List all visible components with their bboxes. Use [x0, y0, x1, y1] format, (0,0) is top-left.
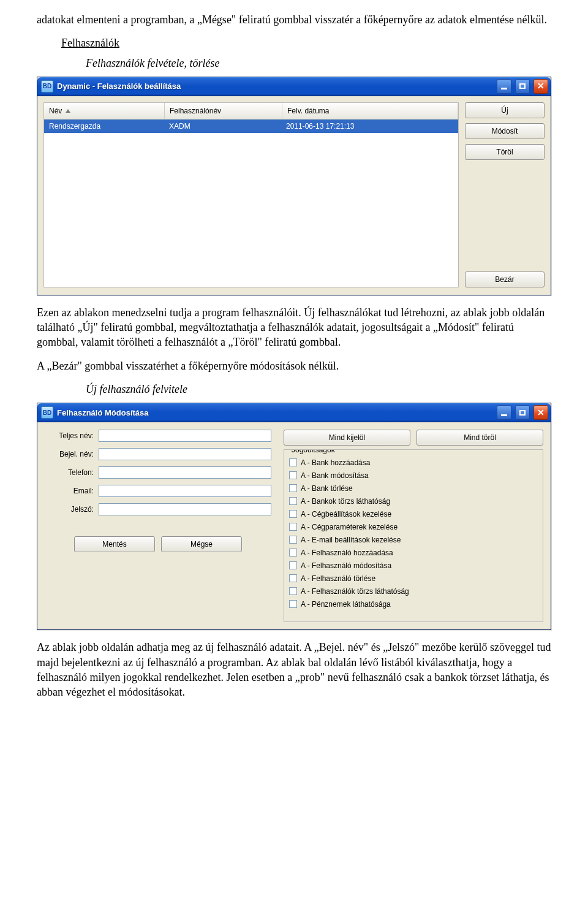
cell-date: 2011-06-13 17:21:13	[281, 120, 458, 133]
new-button[interactable]: Új	[465, 102, 545, 118]
column-username-label: Felhasználónév	[170, 106, 221, 116]
permission-item[interactable]: A - Felhasználó törlése	[289, 572, 538, 585]
checkbox-icon[interactable]	[289, 510, 297, 518]
side-button-column: Új Módosít Töröl Bezár	[465, 102, 545, 287]
permission-item[interactable]: A - E-mail beállítások kezelése	[289, 533, 538, 546]
permission-item[interactable]: A - Felhasználó hozzáadása	[289, 546, 538, 559]
column-name[interactable]: Név	[44, 103, 165, 119]
close-button[interactable]: Bezár	[465, 272, 545, 287]
save-button[interactable]: Mentés	[74, 536, 155, 552]
sort-asc-icon	[66, 109, 70, 113]
window-title: Dynamic - Felasználók beállítása	[57, 81, 493, 92]
phone-field[interactable]	[99, 466, 271, 479]
permission-item[interactable]: A - Bank módosítása	[289, 469, 538, 482]
password-field[interactable]	[99, 503, 271, 515]
paragraph-manage: Ezen az ablakon menedzselni tudja a prog…	[37, 305, 551, 350]
checkbox-icon[interactable]	[289, 574, 297, 582]
column-date[interactable]: Felv. dátuma	[282, 103, 458, 119]
paragraph-rights: Az ablak jobb oldalán adhatja meg az új …	[37, 640, 551, 699]
form-panel: Teljes név: Bejel. név: Telefon: Email: …	[45, 430, 271, 622]
permission-label: A - Bank törlése	[301, 484, 353, 493]
window-title: Felhasználó Módosítása	[57, 408, 493, 419]
permission-item[interactable]: A - Bank hozzáadása	[289, 456, 538, 469]
permission-label: A - Pénznemek láthatósága	[301, 599, 391, 609]
label-loginname: Bejel. név:	[45, 449, 94, 459]
permission-item[interactable]: A - Felhasználó módosítása	[289, 559, 538, 572]
subtitle-new-user: Új felhasználó felvitele	[86, 382, 551, 397]
checkbox-icon[interactable]	[289, 587, 297, 595]
permissions-group-label: Jogoultságok	[289, 449, 337, 455]
checkbox-icon[interactable]	[289, 471, 297, 479]
spacer	[465, 165, 545, 267]
permissions-list: A - Bank hozzáadásaA - Bank módosításaA …	[289, 456, 538, 614]
paragraph-close: A „Bezár" gombbal visszatérhet a főképer…	[37, 359, 551, 373]
app-logo-icon: BD	[41, 80, 53, 93]
permission-label: A - Bankok törzs láthatóság	[301, 496, 390, 506]
cancel-button[interactable]: Mégse	[161, 536, 242, 552]
permission-item[interactable]: A - Felhasználók törzs láthatóság	[289, 585, 538, 598]
close-icon[interactable]	[533, 79, 548, 94]
app-logo-icon: BD	[41, 406, 53, 419]
permissions-panel: Mind kijelöl Mind töröl Jogoultságok A -…	[284, 430, 543, 622]
column-name-label: Név	[49, 106, 62, 116]
permission-label: A - E-mail beállítások kezelése	[301, 535, 401, 545]
checkbox-icon[interactable]	[289, 536, 297, 544]
checkbox-icon[interactable]	[289, 549, 297, 556]
label-phone: Telefon:	[45, 468, 94, 477]
subtitle-add-remove: Felhasználók felvétele, törlése	[86, 56, 551, 70]
cell-username: XADM	[164, 120, 281, 133]
permission-label: A - Bank módosítása	[301, 471, 369, 480]
section-title-users: Felhasználók	[61, 36, 551, 50]
permission-item[interactable]: A - Cégparaméterek kezelése	[289, 520, 538, 533]
loginname-field[interactable]	[99, 448, 271, 460]
permission-item[interactable]: A - Pénznemek láthatósága	[289, 598, 538, 610]
modify-button[interactable]: Módosít	[465, 123, 545, 139]
maximize-icon[interactable]	[515, 405, 530, 420]
column-username[interactable]: Felhasználónév	[165, 103, 282, 119]
checkbox-icon[interactable]	[289, 458, 297, 466]
table-row[interactable]: Rendszergazda XADM 2011-06-13 17:21:13	[44, 120, 458, 133]
clear-all-button[interactable]: Mind töröl	[417, 430, 543, 446]
maximize-icon[interactable]	[515, 79, 530, 94]
checkbox-icon[interactable]	[289, 484, 297, 492]
list-body: Rendszergazda XADM 2011-06-13 17:21:13	[44, 120, 458, 287]
permission-label: A - Felhasználó hozzáadása	[301, 548, 393, 558]
user-list-window: BD Dynamic - Felasználók beállítása Név …	[37, 77, 551, 295]
label-email: Email:	[45, 486, 94, 496]
permission-item[interactable]: A - Cégbeállítások kezelése	[289, 507, 538, 520]
titlebar[interactable]: BD Dynamic - Felasználók beállítása	[37, 77, 551, 96]
user-edit-window: BD Felhasználó Módosítása Teljes név: Be…	[37, 403, 551, 630]
fullname-field[interactable]	[99, 430, 271, 442]
minimize-icon[interactable]	[497, 79, 511, 94]
select-all-button[interactable]: Mind kijelöl	[284, 430, 410, 446]
label-fullname: Teljes név:	[45, 431, 94, 441]
email-field[interactable]	[99, 485, 271, 497]
user-list-panel: Név Felhasználónév Felv. dátuma Rendszer…	[43, 102, 459, 287]
permission-label: A - Felhasználók törzs láthatóság	[301, 587, 409, 596]
checkbox-icon[interactable]	[289, 561, 297, 569]
permission-label: A - Cégparaméterek kezelése	[301, 522, 398, 532]
minimize-icon[interactable]	[497, 405, 511, 420]
intro-paragraph: adatokat elmenteni a programban, a „Mégs…	[37, 12, 551, 27]
delete-button[interactable]: Töröl	[465, 144, 545, 160]
titlebar[interactable]: BD Felhasználó Módosítása	[37, 403, 551, 422]
permission-label: A - Cégbeállítások kezelése	[301, 509, 391, 519]
permission-label: A - Bank hozzáadása	[301, 458, 370, 468]
permission-label: A - Felhasználó törlése	[301, 574, 375, 583]
checkbox-icon[interactable]	[289, 523, 297, 531]
checkbox-icon[interactable]	[289, 497, 297, 505]
permissions-group: Jogoultságok A - Bank hozzáadásaA - Bank…	[284, 449, 543, 622]
checkbox-icon[interactable]	[289, 600, 297, 608]
close-icon[interactable]	[533, 405, 548, 420]
column-date-label: Felv. dátuma	[287, 106, 329, 116]
list-header: Név Felhasználónév Felv. dátuma	[44, 103, 458, 120]
permission-label: A - Felhasználó módosítása	[301, 561, 391, 571]
permission-item[interactable]: A - Bankok törzs láthatóság	[289, 495, 538, 507]
permission-item[interactable]: A - Bank törlése	[289, 482, 538, 495]
cell-name: Rendszergazda	[44, 120, 164, 133]
label-password: Jelszó:	[45, 504, 94, 514]
